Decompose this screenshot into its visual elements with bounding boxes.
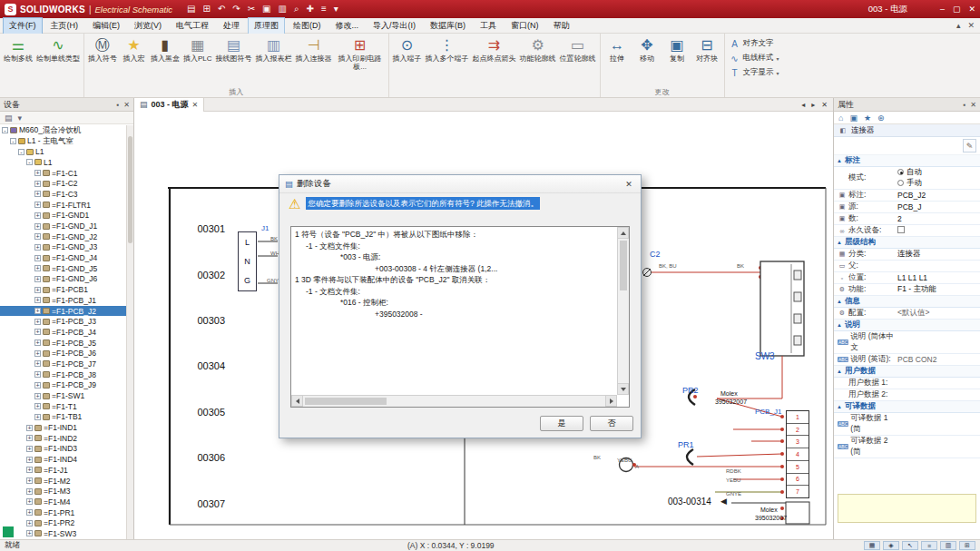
tree-item[interactable]: + =F1-GND_J1 [0,221,126,231]
tree-expander-icon[interactable]: + [26,488,33,495]
menu-item[interactable]: 工具 [474,17,503,34]
status-toggle-icon[interactable]: ◈ [883,541,899,550]
tree-item[interactable]: + =F1-GND1 [0,211,126,221]
menu-item[interactable]: 电气工程 [170,17,215,34]
tree-item[interactable]: + =F1-IND2 [0,433,126,444]
tab-close-icon[interactable]: ✕ [192,101,199,109]
tree-expander-icon[interactable]: + [26,509,33,516]
ribbon-button[interactable]: ▤ 接线图符号 [214,34,254,87]
status-toggle-icon[interactable]: ▥ [940,541,956,550]
tree-item[interactable]: + =F1-C2 [0,178,126,189]
tree-expander-icon[interactable]: + [26,467,33,473]
ribbon-button[interactable]: ⊣ 插入连接器 [294,34,334,87]
tree-scrollbar-thumb[interactable] [128,136,132,243]
tree-expander-icon[interactable]: + [34,212,41,219]
panel-header-icon[interactable]: ✕ [123,101,130,109]
source-value[interactable]: PCB_J [897,202,980,212]
section-hierarchy[interactable]: ▲ 层级结构 [834,237,980,249]
tree-item[interactable]: + =F1-M4 [0,497,126,507]
tree-item[interactable]: + =F1-M2 [0,476,126,487]
scrollbar-thumb[interactable] [305,398,387,405]
yes-button[interactable]: 是 [540,416,583,431]
tree-expander-icon[interactable]: - [10,138,16,144]
tree-item[interactable]: + =F1-J1 [0,465,126,476]
ribbon-button[interactable]: ⊟ 对齐块 [692,34,722,87]
section-annotation[interactable]: ▲ 标注 [834,155,980,167]
tree-expander-icon[interactable]: + [34,244,41,251]
ribbon-button[interactable]: ⋮ 插入多个端子 [424,34,471,87]
menu-item[interactable]: 原理图 [248,17,285,34]
tree-expander-icon[interactable]: + [34,233,41,240]
panel-header-icon[interactable]: ▪ [963,101,965,109]
tree-item[interactable]: + =F1-GND_J2 [0,231,126,242]
menu-item[interactable]: 修改... [329,17,366,34]
ribbon-button[interactable]: ▥ 插入报表栏 [254,34,294,87]
no-button[interactable]: 否 [590,416,633,431]
config-value[interactable]: <默认值> [897,308,980,319]
menubar-control-icon[interactable]: ▴ [956,21,961,30]
tree-expander-icon[interactable]: + [34,319,41,325]
tree-item[interactable]: + =F1-GND_J6 [0,274,126,285]
window-control-icon[interactable]: ✕ [968,5,975,14]
ribbon-small-button[interactable]: A 对齐文字 [730,38,779,49]
dialog-close-icon[interactable]: ✕ [622,180,635,189]
window-control-icon[interactable]: – [940,5,945,14]
count-value[interactable]: 2 [897,214,980,223]
status-toggle-icon[interactable]: ▦ [864,541,880,550]
tree-expander-icon[interactable]: + [34,382,41,389]
scroll-up-arrow-icon[interactable] [617,227,629,239]
location-value[interactable]: L1 L1 L1 [897,273,980,282]
tree-item[interactable]: + =F1-PCB1 [0,284,126,295]
status-toggle-icon[interactable]: ⊞ [959,541,975,550]
menu-item[interactable]: 数据库(B) [424,17,472,34]
permanent-checkbox[interactable] [897,226,905,233]
ribbon-button[interactable]: ∿ 绘制单线类型 [34,34,82,87]
menu-item[interactable]: 浏览(V) [128,17,168,34]
tree-expander-icon[interactable]: + [26,530,33,536]
dialog-horizontal-scrollbar[interactable] [291,395,617,407]
section-info[interactable]: ▲ 信息 [834,296,980,308]
menubar-control-icon[interactable]: ✕ [967,21,975,30]
ribbon-button[interactable]: ⚌ 绘制多线 [2,34,34,87]
quick-access-icon[interactable]: ✂ [248,4,255,15]
tree-item[interactable]: + =F1-C1 [0,168,126,179]
tree-item[interactable]: + =F1-PCB_J9 [0,380,126,391]
tree-expander-icon[interactable]: + [34,287,41,293]
ribbon-button[interactable]: Ⓜ 插入符号 [86,34,119,87]
status-toggle-icon[interactable]: ↖ [902,541,918,550]
quick-access-icon[interactable]: ▣ [262,4,270,15]
tree-expander-icon[interactable]: + [34,371,41,378]
tree-item[interactable]: + =F1-M3 [0,486,126,497]
tree-item[interactable]: + =F1-IND1 [0,422,126,433]
menu-item[interactable]: 窗口(N) [505,17,545,34]
dialog-titlebar[interactable]: ▤ 删除设备 ✕ [279,175,641,193]
radio-auto[interactable]: 自动 [897,167,980,178]
tree-item[interactable]: + =F1-SW3 [0,528,126,539]
ribbon-button[interactable]: ★ 插入宏 [119,34,149,87]
status-toggle-icon[interactable]: ≡ [921,541,937,550]
tree-item[interactable]: + =F1-TB1 [0,412,126,423]
function-value[interactable]: F1 - 主功能 [897,284,980,295]
tree-expander-icon[interactable]: + [34,339,41,346]
tab-nav-icon[interactable]: ▸ [811,101,815,109]
tree-item[interactable]: + =F1-PR2 [0,517,126,528]
document-tab[interactable]: ▤ 003 - 电源 ✕ [134,98,204,112]
tree-item[interactable]: + =F1-PR1 [0,507,126,518]
quick-access-icon[interactable]: ✚ [307,4,314,15]
ribbon-button[interactable]: ⚙ 功能轮廓线 [518,34,558,87]
tree-expander-icon[interactable]: + [26,477,33,484]
ribbon-button[interactable]: ▦ 插入PLC [181,34,214,87]
tree-expander-icon[interactable]: + [26,446,33,452]
tree-expander-icon[interactable]: + [34,350,41,357]
tree-item[interactable]: + =F1-PCB_J1 [0,295,126,306]
section-user-data[interactable]: ▲ 用户数据 [834,366,980,378]
tree-expander-icon[interactable]: + [34,265,41,271]
desc-en-value[interactable]: PCB CON2 [897,355,980,364]
devices-toolbar-icon[interactable]: ▾ [18,113,23,123]
tree-item[interactable]: + =F1-PCB_J4 [0,327,126,338]
tab-nav-icon[interactable]: ✕ [821,101,828,109]
quick-access-icon[interactable]: ⌕ [294,4,299,15]
quick-access-icon[interactable]: ↶ [218,4,225,15]
menu-item[interactable]: 处理 [217,17,246,34]
tree-item[interactable]: + =F1-IND3 [0,444,126,455]
